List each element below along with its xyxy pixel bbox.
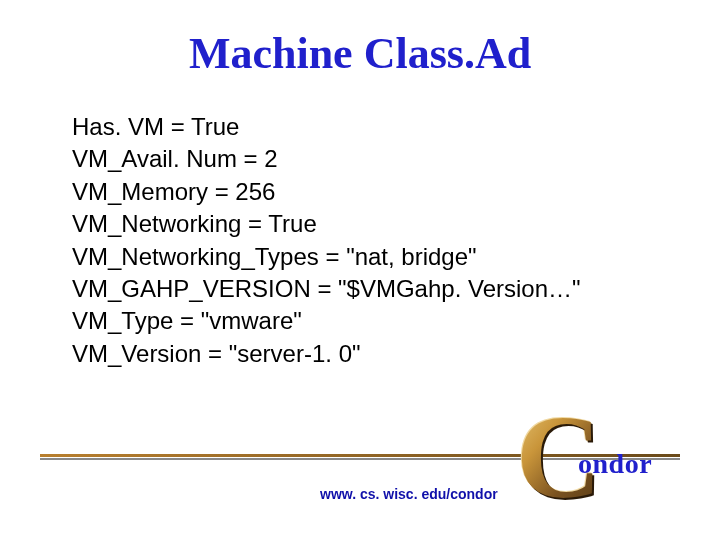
attr-line: VM_GAHP_VERSION = "$VMGahp. Version…" bbox=[72, 273, 720, 305]
footer-url: www. cs. wisc. edu/condor bbox=[320, 486, 498, 502]
attr-line: Has. VM = True bbox=[72, 111, 720, 143]
logo-text: ondor bbox=[578, 448, 652, 480]
attr-line: VM_Avail. Num = 2 bbox=[72, 143, 720, 175]
attr-line: VM_Networking_Types = "nat, bridge" bbox=[72, 241, 720, 273]
attr-line: VM_Version = "server-1. 0" bbox=[72, 338, 720, 370]
condor-logo: C ondor bbox=[516, 402, 676, 522]
attr-line: VM_Memory = 256 bbox=[72, 176, 720, 208]
classad-attributes: Has. VM = True VM_Avail. Num = 2 VM_Memo… bbox=[72, 111, 720, 370]
attr-line: VM_Networking = True bbox=[72, 208, 720, 240]
attr-line: VM_Type = "vmware" bbox=[72, 305, 720, 337]
slide-title: Machine Class.Ad bbox=[0, 28, 720, 79]
